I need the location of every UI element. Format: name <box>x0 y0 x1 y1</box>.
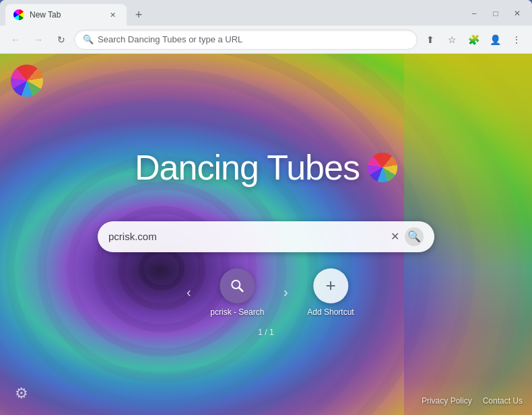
pcrisk-shortcut-label: pcrisk - Search <box>210 307 264 317</box>
minimize-button[interactable]: – <box>465 4 484 23</box>
page-counter: 1 / 1 <box>258 328 273 337</box>
tab-strip: New Tab ✕ + <box>5 4 459 26</box>
search-clear-button[interactable]: ✕ <box>391 230 399 243</box>
heading-text: Dancing Tubes <box>135 147 360 188</box>
settings-gear-icon: ⚙ <box>15 385 28 402</box>
settings-button[interactable]: ⚙ <box>9 381 34 406</box>
add-shortcut-label: Add Shortcut <box>307 307 354 317</box>
add-shortcut-button[interactable]: + <box>313 268 348 303</box>
top-logo[interactable] <box>11 65 43 97</box>
page-content: Dancing Tubes pcrisk.com ✕ 🔍 ‹ pcrisk - … <box>0 54 532 415</box>
shortcuts-prev-button[interactable]: ‹ <box>178 282 199 303</box>
search-shortcut-icon <box>229 278 245 294</box>
title-bar: New Tab ✕ + – □ ✕ <box>0 0 532 26</box>
shortcuts-items: ‹ pcrisk - Search › + Add Shortcut <box>178 268 354 317</box>
footer-links: Privacy Policy Contact Us <box>422 396 523 406</box>
tab-favicon <box>13 9 24 20</box>
close-button[interactable]: ✕ <box>508 4 527 23</box>
address-text: Search Dancing Tubes or type a URL <box>98 34 409 44</box>
svg-line-16 <box>239 287 243 291</box>
add-shortcut-item[interactable]: + Add Shortcut <box>307 268 354 317</box>
page-heading: Dancing Tubes <box>135 147 397 188</box>
tab-title: New Tab <box>30 10 101 20</box>
address-bar[interactable]: 🔍 Search Dancing Tubes or type a URL <box>74 30 418 50</box>
toolbar: ← → ↻ 🔍 Search Dancing Tubes or type a U… <box>0 26 532 54</box>
new-tab-button[interactable]: + <box>129 5 148 24</box>
shortcuts-row: ‹ pcrisk - Search › + Add Shortcut 1 / 1 <box>178 268 354 337</box>
share-button[interactable]: ⬆ <box>420 30 440 50</box>
search-input-value[interactable]: pcrisk.com <box>108 231 385 242</box>
active-tab[interactable]: New Tab ✕ <box>5 4 127 26</box>
search-go-button[interactable]: 🔍 <box>405 227 424 246</box>
shortcuts-next-button[interactable]: › <box>275 282 296 303</box>
bookmark-button[interactable]: ☆ <box>442 30 462 50</box>
search-container: pcrisk.com ✕ 🔍 <box>98 221 434 252</box>
menu-button[interactable]: ⋮ <box>506 30 527 50</box>
privacy-policy-link[interactable]: Privacy Policy <box>422 396 472 406</box>
pcrisk-shortcut-icon <box>220 268 255 303</box>
heading-logo-icon <box>368 153 397 182</box>
window-controls: – □ ✕ <box>465 4 527 23</box>
reload-button[interactable]: ↻ <box>51 30 71 50</box>
search-icon: 🔍 <box>83 34 94 44</box>
forward-button[interactable]: → <box>28 30 48 50</box>
extensions-button[interactable]: 🧩 <box>463 30 484 50</box>
profile-button[interactable]: 👤 <box>485 30 505 50</box>
maximize-button[interactable]: □ <box>486 4 505 23</box>
back-button[interactable]: ← <box>5 30 26 50</box>
toolbar-actions: ⬆ ☆ 🧩 👤 ⋮ <box>420 30 527 50</box>
pcrisk-shortcut[interactable]: pcrisk - Search <box>210 268 264 317</box>
browser-window: New Tab ✕ + – □ ✕ ← → ↻ 🔍 Search Dancing… <box>0 0 532 415</box>
tab-close-button[interactable]: ✕ <box>106 9 119 21</box>
contact-us-link[interactable]: Contact Us <box>483 396 523 406</box>
search-bar[interactable]: pcrisk.com ✕ 🔍 <box>98 221 434 252</box>
